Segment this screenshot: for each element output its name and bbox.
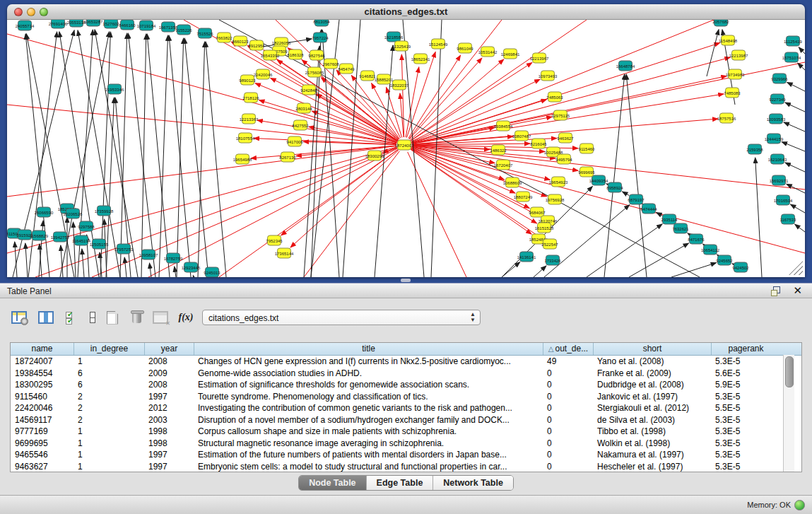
- network-edge[interactable]: [785, 163, 805, 172]
- network-node[interactable]: 9245013: [205, 267, 219, 278]
- network-node[interactable]: 12975115: [553, 110, 567, 121]
- network-edge[interactable]: [35, 148, 397, 277]
- row-height-icon[interactable]: [83, 308, 102, 327]
- float-panel-icon[interactable]: [771, 286, 781, 296]
- network-edge[interactable]: [175, 267, 176, 277]
- network-node[interactable]: 8912954: [249, 40, 264, 51]
- network-edge[interactable]: [148, 148, 397, 277]
- network-node[interactable]: 8216045: [531, 139, 546, 149]
- network-node[interactable]: 8471676: [689, 234, 703, 245]
- network-node[interactable]: 9827546: [310, 50, 324, 61]
- table-row[interactable]: 977716911998Corpus callosum shape and si…: [11, 426, 801, 438]
- network-node[interactable]: 18322037: [392, 80, 406, 90]
- network-node[interactable]: 10653287: [86, 20, 100, 27]
- tab-node-table[interactable]: Node Table: [299, 476, 365, 490]
- table-row[interactable]: 946554611997Estimation of the future num…: [11, 449, 801, 461]
- network-node[interactable]: 7632621: [673, 223, 688, 234]
- network-node[interactable]: 9329966: [772, 74, 787, 84]
- network-node[interactable]: 9463627: [558, 133, 572, 144]
- network-edge[interactable]: [795, 224, 805, 232]
- network-node[interactable]: 11645194: [74, 235, 88, 246]
- network-edge[interactable]: [408, 152, 466, 277]
- column-header-pagerank[interactable]: pagerank: [711, 343, 780, 355]
- network-node[interactable]: 17957253: [117, 244, 131, 255]
- network-node[interactable]: 1486322: [491, 145, 505, 156]
- network-edge[interactable]: [785, 103, 805, 112]
- tab-edge-table[interactable]: Edge Table: [366, 476, 433, 490]
- network-node[interactable]: 7485083: [725, 88, 739, 98]
- network-node[interactable]: 9155226: [177, 25, 191, 35]
- network-edge[interactable]: [15, 242, 17, 277]
- network-edge[interactable]: [303, 141, 396, 144]
- network-edge[interactable]: [149, 263, 151, 277]
- delete-table-icon[interactable]: [127, 308, 146, 327]
- network-node[interactable]: 10807487: [514, 131, 529, 141]
- network-node[interactable]: 1167533: [781, 214, 795, 225]
- network-node[interactable]: 21756085: [307, 67, 322, 78]
- network-node[interactable]: 10654112: [703, 245, 717, 255]
- column-header-out_de[interactable]: △out_de...: [543, 343, 593, 355]
- network-node[interactable]: 12469841: [503, 49, 517, 59]
- network-edge[interactable]: [787, 82, 805, 91]
- network-edge[interactable]: [411, 62, 532, 141]
- network-edge[interactable]: [411, 20, 714, 142]
- network-node[interactable]: 7515526: [198, 28, 212, 39]
- network-edge[interactable]: [411, 149, 531, 234]
- network-node[interactable]: 2718126: [244, 93, 258, 103]
- vertical-scrollbar[interactable]: [783, 355, 794, 472]
- table-row[interactable]: 2242004622012Investigating the contribut…: [11, 402, 801, 414]
- network-edge[interactable]: [604, 74, 625, 277]
- network-node[interactable]: 8186328: [288, 49, 302, 60]
- network-node[interactable]: 8958924: [608, 182, 622, 193]
- network-node[interactable]: 18300295: [367, 151, 382, 161]
- network-edge[interactable]: [147, 34, 170, 277]
- network-node[interactable]: 9495794: [557, 154, 571, 165]
- network-node[interactable]: 2159358: [748, 144, 762, 155]
- network-node[interactable]: 9146821: [360, 71, 375, 81]
- tab-network-table[interactable]: Network Table: [433, 476, 513, 490]
- network-edge[interactable]: [120, 33, 127, 277]
- network-edge[interactable]: [626, 74, 647, 277]
- column-header-short[interactable]: short: [593, 343, 711, 355]
- network-edge[interactable]: [798, 63, 805, 70]
- network-edge[interactable]: [799, 47, 805, 54]
- network-node[interactable]: 14136141: [519, 252, 534, 262]
- network-node[interactable]: 16671358: [161, 22, 175, 33]
- network-edge[interactable]: [622, 192, 629, 196]
- network-edge[interactable]: [198, 42, 205, 277]
- network-node[interactable]: 20553138: [69, 20, 83, 28]
- network-node[interactable]: 2057682: [714, 20, 728, 27]
- network-node[interactable]: 12923445: [184, 262, 198, 273]
- network-node[interactable]: 2803144: [297, 103, 311, 114]
- network-node[interactable]: 7952345: [267, 235, 281, 246]
- network-node[interactable]: 26066590: [37, 207, 51, 218]
- table-selector-dropdown[interactable]: citations_edges.txt ▲▼: [202, 310, 481, 325]
- network-node[interactable]: 10719184: [139, 21, 153, 31]
- network-node[interactable]: 9417006: [288, 136, 302, 147]
- network-node[interactable]: 16151528: [537, 223, 551, 233]
- network-node[interactable]: 12093583: [769, 114, 783, 124]
- network-node[interactable]: 9227349: [770, 94, 784, 105]
- network-node[interactable]: 24055714: [18, 21, 32, 31]
- network-canvas[interactable]: 2405571427691406205531381065328715276028…: [7, 20, 805, 277]
- network-node[interactable]: 12213967: [532, 53, 546, 64]
- network-edge[interactable]: [412, 62, 805, 144]
- network-node[interactable]: 9699695: [579, 167, 594, 177]
- network-node[interactable]: 9245652: [717, 255, 731, 266]
- network-node[interactable]: 19654923: [551, 177, 565, 187]
- network-node[interactable]: 10973493: [541, 71, 555, 81]
- network-node[interactable]: 8267130: [281, 152, 295, 163]
- network-edge[interactable]: [629, 243, 689, 277]
- network-node[interactable]: 8427552: [293, 120, 307, 131]
- column-header-name[interactable]: name: [11, 343, 73, 355]
- network-node[interactable]: 14409354: [592, 175, 606, 186]
- network-node[interactable]: 21953346: [107, 84, 122, 95]
- new-table-icon[interactable]: [103, 308, 122, 327]
- network-edge[interactable]: [502, 262, 520, 277]
- network-node[interactable]: 12444159: [767, 134, 781, 144]
- table-row[interactable]: 1938455462009Genome-wide association stu…: [11, 368, 801, 380]
- network-node[interactable]: 10688609: [505, 177, 519, 188]
- column-header-year[interactable]: year: [144, 343, 194, 355]
- network-edge[interactable]: [177, 38, 184, 277]
- network-node[interactable]: 17359928: [97, 206, 111, 216]
